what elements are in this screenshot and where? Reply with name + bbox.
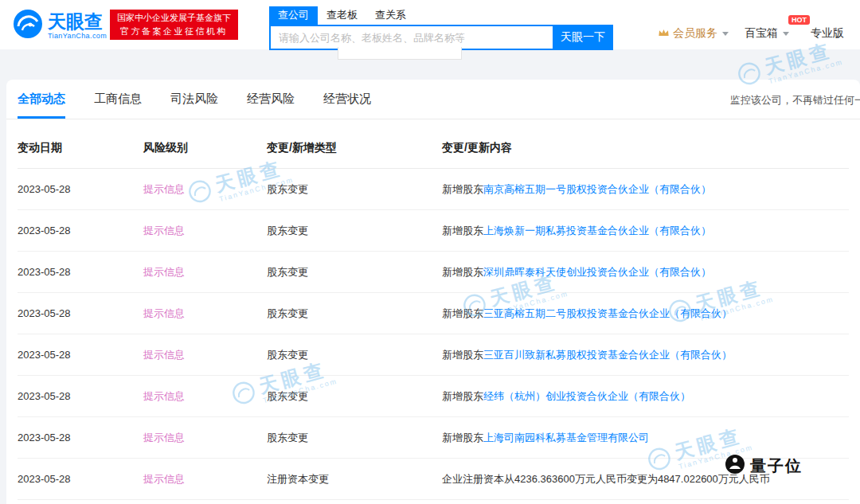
certification-badge-line1: 国家中小企业发展子基金旗下: [117, 11, 231, 25]
hot-badge: HOT: [788, 15, 810, 25]
cell-date: 2023-05-28: [18, 432, 143, 443]
company-link[interactable]: 南京高榕五期一号股权投资合伙企业（有限合伙）: [483, 183, 711, 195]
tab-business-info[interactable]: 工商信息: [94, 80, 142, 119]
search-type-tabs: 查公司 查老板 查关系: [269, 6, 613, 25]
menu-vip-label: 会员服务: [673, 26, 717, 41]
cell-change-type: 股东变更: [267, 182, 442, 197]
cell-content-prefix: 新增股东: [442, 390, 483, 402]
table-row: 2023-05-28 提示信息 股东变更 新增股东深圳鼎晖泰科天使创业投资合伙企…: [18, 252, 849, 293]
menu-pro-version[interactable]: 专业版: [811, 26, 844, 41]
company-link[interactable]: 经纬（杭州）创业投资合伙企业（有限合伙）: [483, 390, 690, 402]
tab-judicial-risk[interactable]: 司法风险: [170, 80, 218, 119]
cell-content-prefix: 新增股东: [442, 225, 483, 236]
cell-risk-level[interactable]: 提示信息: [143, 472, 267, 486]
cell-content-prefix: 新增股东: [442, 432, 483, 443]
cell-risk-level[interactable]: 提示信息: [143, 431, 267, 445]
search-area: 查公司 查老板 查关系 天眼一下: [269, 6, 613, 50]
cell-content-prefix: 新增股东: [442, 266, 483, 278]
qbitai-brand-mark: 量子位: [725, 454, 803, 478]
cell-risk-level[interactable]: 提示信息: [143, 265, 267, 279]
qbitai-logo-icon: [725, 454, 745, 478]
tab-operation-status[interactable]: 经营状况: [323, 80, 371, 119]
company-link[interactable]: 上海司南园科私募基金管理有限公司: [483, 432, 649, 443]
certification-badge: 国家中小企业发展子基金旗下 官方备案企业征信机构: [110, 10, 238, 40]
table-row: 2023-05-28 提示信息 股东变更 新增股东南京高榕五期一号股权投资合伙企…: [18, 169, 849, 210]
company-dynamics-card: 全部动态 工商信息 司法风险 经营风险 经营状况 监控该公司，不再错过任何一 变…: [6, 80, 860, 504]
tianyancha-logo-icon: [13, 9, 43, 42]
company-link[interactable]: 三亚百川致新私募股权投资基金合伙企业（有限合伙）: [483, 349, 732, 361]
table-row: 2023-05-28 提示信息 股东变更 新增股东上海司南园科私募基金管理有限公…: [18, 417, 849, 459]
menu-pro-label: 专业版: [811, 26, 844, 41]
cell-date: 2023-05-28: [18, 266, 143, 278]
cell-risk-level[interactable]: 提示信息: [143, 348, 267, 362]
company-link[interactable]: 三亚高榕五期二号股权投资基金合伙企业（有限合伙）: [483, 307, 732, 319]
cell-risk-level[interactable]: 提示信息: [143, 389, 267, 404]
tianyancha-logo[interactable]: 天眼查 TianYanCha.com: [13, 9, 107, 42]
cell-date: 2023-05-28: [18, 349, 143, 361]
cell-content-prefix: 新增股东: [442, 183, 483, 195]
monitor-company-hint[interactable]: 监控该公司，不再错过任何一: [730, 93, 860, 107]
cell-change-type: 股东变更: [267, 348, 442, 362]
tab-all-dynamics[interactable]: 全部动态: [18, 80, 65, 119]
crown-icon: [658, 27, 670, 40]
cell-risk-level[interactable]: 提示信息: [143, 307, 267, 321]
qbitai-brand-label: 量子位: [750, 455, 803, 477]
menu-toolbox[interactable]: 百宝箱: [745, 26, 789, 41]
cell-content-prefix: 新增股东: [442, 307, 483, 319]
dynamics-nav: 全部动态 工商信息 司法风险 经营风险 经营状况 监控该公司，不再错过任何一: [6, 80, 860, 119]
col-header-type: 变更/新增类型: [267, 141, 442, 155]
cell-date: 2023-05-28: [18, 473, 143, 485]
search-button[interactable]: 天眼一下: [553, 25, 613, 50]
cell-change-type: 股东变更: [267, 431, 442, 445]
cell-change-type: 股东变更: [267, 389, 442, 404]
menu-toolbox-label: 百宝箱: [745, 26, 778, 41]
search-tab-boss[interactable]: 查老板: [318, 6, 366, 25]
search-tab-company[interactable]: 查公司: [269, 6, 318, 25]
tab-operation-risk[interactable]: 经营风险: [247, 80, 295, 119]
certification-badge-line2: 官方备案企业征信机构: [117, 25, 231, 38]
company-link[interactable]: 上海焕新一期私募投资基金合伙企业（有限合伙）: [483, 225, 711, 236]
chevron-down-icon: [722, 32, 729, 36]
cell-change-type: 股东变更: [267, 224, 442, 238]
cell-date: 2023-05-28: [18, 390, 143, 402]
col-header-risk: 风险级别: [143, 141, 267, 155]
cell-date: 2023-05-28: [18, 225, 143, 236]
cell-content-prefix: 新增股东: [442, 349, 483, 361]
col-header-content: 变更/更新内容: [442, 141, 849, 155]
changes-table: 变动日期 风险级别 变更/新增类型 变更/更新内容 2023-05-28 提示信…: [6, 127, 860, 500]
cell-content-prefix: 企业注册资本从4236.363600万元人民币变更为4847.022600万元人…: [442, 473, 770, 485]
chevron-down-icon: [783, 32, 789, 36]
search-tab-relation[interactable]: 查关系: [366, 6, 415, 25]
table-row: 2023-05-28 提示信息 股东变更 新增股东三亚高榕五期二号股权投资基金合…: [18, 293, 849, 334]
table-row: 2023-05-28 提示信息 股东变更 新增股东三亚百川致新私募股权投资基金合…: [18, 334, 849, 376]
menu-vip-services[interactable]: 会员服务: [658, 26, 729, 41]
logo-brand-text: 天眼查: [48, 12, 107, 32]
company-link[interactable]: 深圳鼎晖泰科天使创业投资合伙企业（有限合伙）: [483, 266, 711, 278]
logo-domain-text: TianYanCha.com: [48, 32, 107, 40]
cell-change-type: 股东变更: [267, 307, 442, 321]
page: 天眼查 TianYanCha.com 国家中小企业发展子基金旗下 官方备案企业征…: [0, 0, 860, 504]
table-row: 2023-05-28 提示信息 股东变更 新增股东经纬（杭州）创业投资合伙企业（…: [18, 376, 849, 417]
cell-risk-level[interactable]: 提示信息: [143, 224, 267, 238]
cell-date: 2023-05-28: [18, 307, 143, 319]
cell-change-type: 注册资本变更: [267, 472, 442, 486]
search-dropdown-remnant: [338, 47, 462, 60]
cell-change-type: 股东变更: [267, 265, 442, 279]
table-row: 2023-05-28 提示信息 股东变更 新增股东上海焕新一期私募投资基金合伙企…: [18, 210, 849, 252]
table-header-row: 变动日期 风险级别 变更/新增类型 变更/更新内容: [18, 127, 849, 169]
col-header-date: 变动日期: [18, 141, 143, 155]
cell-date: 2023-05-28: [18, 183, 143, 195]
cell-risk-level[interactable]: 提示信息: [143, 182, 267, 197]
top-header: 天眼查 TianYanCha.com 国家中小企业发展子基金旗下 官方备案企业征…: [0, 0, 860, 49]
